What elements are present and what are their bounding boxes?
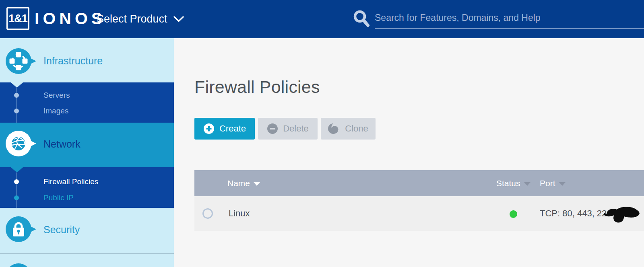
row-select-radio[interactable]: [202, 208, 213, 219]
logo-1and1-badge: 1&1: [6, 7, 29, 30]
sidebar-item-servers[interactable]: Servers: [0, 88, 174, 103]
sidebar-item-images[interactable]: Images: [0, 103, 174, 119]
infrastructure-icon: [6, 48, 37, 74]
sort-caret-icon: [524, 182, 530, 186]
sidebar-item-security[interactable]: Security: [0, 208, 174, 253]
sidebar-label-images: Images: [43, 107, 68, 115]
main-content: Firewall Policies Create Delete Clone: [174, 38, 644, 267]
partial-section-icon: [6, 263, 31, 267]
sidebar-label-infrastructure: Infrastructure: [43, 55, 103, 67]
top-navigation-bar: 1&1 IONOS Select Product: [0, 0, 644, 38]
sidebar-item-next-partial[interactable]: [0, 254, 174, 267]
sidebar-label-servers: Servers: [43, 91, 70, 100]
bullet-dot: [14, 109, 19, 113]
search-input[interactable]: [375, 7, 644, 29]
toolbar: Create Delete Clone: [194, 118, 376, 140]
column-header-status[interactable]: Status: [496, 170, 530, 196]
sidebar-label-security: Security: [43, 224, 80, 236]
submenu-notch: [11, 82, 23, 88]
sidebar: Infrastructure Servers Images: [0, 38, 174, 267]
lock-icon: [6, 216, 37, 242]
page-title: Firewall Policies: [194, 77, 320, 97]
bullet-dot: [14, 195, 19, 200]
sort-caret-icon: [559, 182, 566, 186]
ionos-logo[interactable]: 1&1 IONOS: [6, 6, 106, 31]
product-selector[interactable]: Select Product: [97, 0, 184, 38]
table-header-row: Name Status Port: [194, 170, 644, 196]
minus-circle-icon: [267, 123, 278, 134]
policy-port-cell: TCP: 80, 443, 22: [540, 196, 607, 231]
sidebar-submenu-infrastructure: Servers Images: [0, 82, 174, 123]
sidebar-label-network: Network: [43, 138, 80, 150]
create-button[interactable]: Create: [194, 118, 255, 140]
column-header-port[interactable]: Port: [540, 170, 566, 196]
clone-icon: [328, 123, 340, 134]
sidebar-submenu-network: Firewall Policies Public IP: [0, 167, 174, 208]
sort-caret-icon: [254, 182, 260, 186]
submenu-notch: [11, 167, 23, 173]
bullet-dot-active: [14, 179, 19, 184]
sidebar-label-firewall-policies: Firewall Policies: [43, 177, 98, 186]
table-row[interactable]: Linux TCP: 80, 443, 22: [194, 196, 644, 231]
policy-name-cell: Linux: [229, 196, 250, 231]
redaction-scribble: [602, 203, 641, 227]
firewall-policies-table: Name Status Port Linux TCP: 80, 443, 22: [194, 170, 644, 231]
delete-button[interactable]: Delete: [258, 118, 318, 140]
sidebar-label-public-ip: Public IP: [43, 193, 74, 202]
plus-circle-icon: [203, 123, 215, 134]
chevron-down-icon: [173, 16, 184, 22]
product-selector-label: Select Product: [97, 13, 167, 25]
global-search: [353, 0, 644, 38]
clone-button-label: Clone: [345, 123, 368, 134]
globe-network-icon: [6, 131, 37, 156]
status-online-dot: [510, 210, 517, 218]
delete-button-label: Delete: [283, 123, 309, 134]
sidebar-item-firewall-policies[interactable]: Firewall Policies: [0, 174, 174, 189]
create-button-label: Create: [219, 123, 246, 134]
sidebar-item-public-ip[interactable]: Public IP: [0, 190, 174, 205]
logo-ionos-wordmark: IONOS: [35, 9, 106, 28]
sidebar-item-infrastructure[interactable]: Infrastructure: [0, 38, 174, 82]
search-icon: [353, 10, 370, 28]
clone-button[interactable]: Clone: [321, 118, 376, 140]
column-header-name[interactable]: Name: [227, 170, 260, 196]
bullet-dot: [14, 93, 19, 98]
sidebar-item-network[interactable]: Network: [0, 123, 174, 167]
